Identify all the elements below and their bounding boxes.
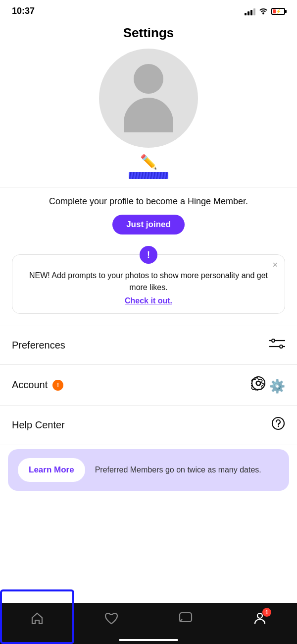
signal-icon	[245, 7, 255, 15]
notification-icon: !	[140, 246, 157, 264]
account-settings-icon: ⚙️	[251, 376, 285, 394]
edit-pencil-icon: ✏️	[140, 154, 157, 170]
status-bar: 10:37 ⚡	[0, 0, 297, 20]
nav-item-messages[interactable]	[178, 611, 193, 629]
home-icon	[30, 611, 45, 629]
svg-point-3	[280, 345, 283, 348]
battery-icon: ⚡	[271, 8, 285, 15]
status-time: 10:37	[12, 6, 35, 16]
notification-text: NEW! Add prompts to your photos to show …	[22, 270, 275, 293]
profile-divider	[0, 187, 297, 187]
notification-close-button[interactable]: ×	[272, 260, 278, 270]
preferences-icon	[269, 337, 285, 353]
likes-icon	[104, 611, 119, 629]
wifi-icon	[258, 6, 268, 16]
membership-badge: Just joined	[112, 215, 185, 234]
avatar	[99, 49, 198, 148]
home-indicator	[119, 639, 178, 641]
help-center-icon	[271, 416, 285, 434]
notification-link[interactable]: Check it out.	[22, 296, 275, 305]
nav-item-likes[interactable]	[104, 611, 119, 629]
page-title: Settings	[0, 20, 297, 49]
messages-icon	[178, 611, 193, 629]
learn-more-button[interactable]: Learn More	[18, 458, 85, 482]
avatar-container[interactable]	[99, 49, 198, 148]
nav-item-home[interactable]	[30, 611, 45, 629]
menu-item-help-center[interactable]: Help Center	[0, 406, 297, 445]
svg-point-10	[278, 426, 279, 427]
profile-prompt: Complete your profile to become a Hinge …	[29, 195, 268, 208]
preferences-label: Preferences	[12, 340, 65, 351]
preferred-text: Preferred Members go on twice as many da…	[95, 465, 261, 475]
preferred-banner: Learn More Preferred Members go on twice…	[8, 449, 289, 491]
avatar-body	[124, 98, 173, 132]
edit-area[interactable]: ✏️	[129, 154, 168, 179]
bottom-nav: 1	[0, 603, 297, 644]
username-scribble	[129, 172, 168, 179]
menu-item-account[interactable]: Account ! ⚙️	[0, 365, 297, 406]
svg-point-12	[257, 613, 262, 618]
account-label: Account	[12, 379, 48, 391]
avatar-head	[134, 64, 163, 94]
svg-point-0	[272, 339, 275, 342]
help-center-label: Help Center	[12, 419, 65, 431]
notification-card: ! × NEW! Add prompts to your photos to s…	[12, 254, 285, 314]
profile-nav-badge: 1	[262, 608, 271, 617]
profile-section: ✏️ Complete your profile to become a Hin…	[0, 49, 297, 254]
account-alert-badge: !	[52, 380, 63, 391]
status-icons: ⚡	[245, 6, 285, 16]
nav-item-profile[interactable]: 1	[252, 611, 267, 629]
menu-section: Preferences Account !	[0, 326, 297, 445]
menu-item-preferences[interactable]: Preferences	[0, 326, 297, 365]
